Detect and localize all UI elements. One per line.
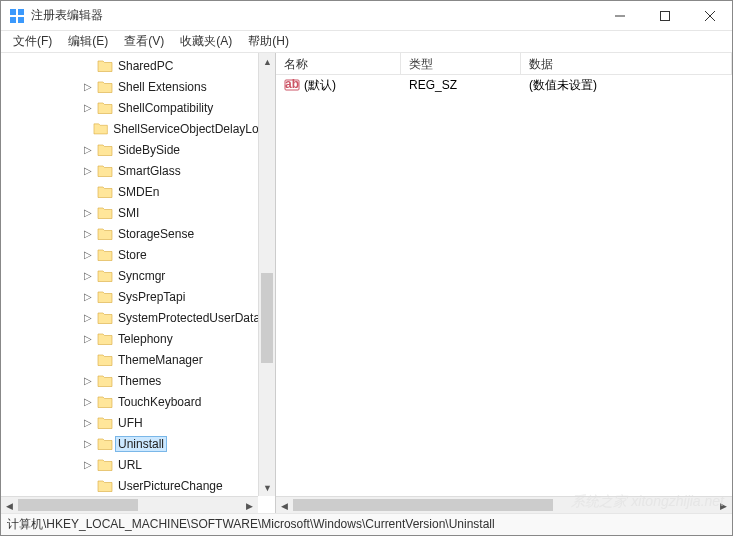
svg-rect-5 (660, 11, 669, 20)
chevron-right-icon[interactable]: ▷ (81, 248, 95, 262)
list-scrollbar-horizontal[interactable]: ◀ ▶ (276, 496, 732, 513)
tree-item[interactable]: ▷SysPrepTapi (1, 286, 275, 307)
tree-label[interactable]: SharedPC (115, 58, 176, 74)
tree-label[interactable]: UserPictureChange (115, 478, 226, 494)
chevron-right-icon[interactable]: ▷ (81, 206, 95, 220)
menu-help[interactable]: 帮助(H) (240, 31, 297, 52)
tree-item[interactable]: ThemeManager (1, 349, 275, 370)
statusbar-path: 计算机\HKEY_LOCAL_MACHINE\SOFTWARE\Microsof… (7, 516, 495, 533)
chevron-right-icon[interactable]: ▷ (81, 437, 95, 451)
tree-item[interactable]: ▷SystemProtectedUserData (1, 307, 275, 328)
tree-item[interactable]: ▷ShellCompatibility (1, 97, 275, 118)
chevron-right-icon[interactable]: ▷ (81, 395, 95, 409)
chevron-right-icon[interactable]: ▷ (81, 101, 95, 115)
value-name: (默认) (304, 77, 336, 94)
close-button[interactable] (687, 1, 732, 30)
tree-content[interactable]: SharedPC▷Shell Extensions▷ShellCompatibi… (1, 53, 275, 513)
scroll-right-button[interactable]: ▶ (715, 497, 732, 513)
chevron-right-icon[interactable]: ▷ (81, 80, 95, 94)
tree-label[interactable]: URL (115, 457, 145, 473)
tree-label[interactable]: ShellCompatibility (115, 100, 216, 116)
tree-item[interactable]: ▷Themes (1, 370, 275, 391)
tree-item[interactable]: ▷Store (1, 244, 275, 265)
app-icon (9, 8, 25, 24)
list-row[interactable]: ab(默认)REG_SZ(数值未设置) (276, 75, 732, 95)
scroll-left-button[interactable]: ◀ (1, 497, 18, 513)
tree-label[interactable]: SystemProtectedUserData (115, 310, 263, 326)
scroll-thumb-horizontal[interactable] (293, 499, 553, 511)
scroll-left-button[interactable]: ◀ (276, 497, 293, 513)
folder-icon (97, 352, 113, 368)
column-data[interactable]: 数据 (521, 53, 732, 74)
chevron-right-icon[interactable]: ▷ (81, 416, 95, 430)
menu-edit[interactable]: 编辑(E) (60, 31, 116, 52)
folder-icon (97, 184, 113, 200)
scroll-right-button[interactable]: ▶ (241, 497, 258, 513)
chevron-right-icon[interactable]: ▷ (81, 143, 95, 157)
tree-label[interactable]: Shell Extensions (115, 79, 210, 95)
tree-item[interactable]: ▷Shell Extensions (1, 76, 275, 97)
tree-item[interactable]: ▷Uninstall (1, 433, 275, 454)
list-pane: 名称 类型 数据 ab(默认)REG_SZ(数值未设置) ◀ ▶ (276, 53, 732, 513)
tree-label[interactable]: Syncmgr (115, 268, 168, 284)
menu-view[interactable]: 查看(V) (116, 31, 172, 52)
tree-pane: SharedPC▷Shell Extensions▷ShellCompatibi… (1, 53, 276, 513)
column-type[interactable]: 类型 (401, 53, 521, 74)
tree-label[interactable]: ThemeManager (115, 352, 206, 368)
cell-name: ab(默认) (276, 75, 401, 96)
tree-label[interactable]: Themes (115, 373, 164, 389)
maximize-button[interactable] (642, 1, 687, 30)
column-name[interactable]: 名称 (276, 53, 401, 74)
tree-item[interactable]: ▷UFH (1, 412, 275, 433)
folder-icon (97, 331, 113, 347)
scroll-thumb-vertical[interactable] (261, 273, 273, 363)
titlebar: 注册表编辑器 (1, 1, 732, 31)
tree-item[interactable]: ▷Telephony (1, 328, 275, 349)
chevron-right-icon[interactable]: ▷ (81, 332, 95, 346)
tree-item[interactable]: UserPictureChange (1, 475, 275, 496)
scroll-down-button[interactable]: ▼ (259, 479, 276, 496)
tree-item[interactable]: ▷URL (1, 454, 275, 475)
tree-label[interactable]: ShellServiceObjectDelayLoad (110, 121, 275, 137)
chevron-right-icon[interactable]: ▷ (81, 164, 95, 178)
tree-item[interactable]: SMDEn (1, 181, 275, 202)
chevron-right-icon[interactable]: ▷ (81, 458, 95, 472)
menu-file[interactable]: 文件(F) (5, 31, 60, 52)
tree-label[interactable]: UFH (115, 415, 146, 431)
tree-label[interactable]: Store (115, 247, 150, 263)
tree-item[interactable]: ▷StorageSense (1, 223, 275, 244)
chevron-right-icon[interactable]: ▷ (81, 227, 95, 241)
tree-label[interactable]: SMI (115, 205, 142, 221)
chevron-right-icon[interactable]: ▷ (81, 311, 95, 325)
chevron-right-icon[interactable]: ▷ (81, 269, 95, 283)
tree-label[interactable]: Telephony (115, 331, 176, 347)
tree-item[interactable]: ▷SideBySide (1, 139, 275, 160)
svg-text:ab: ab (285, 77, 299, 91)
tree-label[interactable]: SysPrepTapi (115, 289, 188, 305)
scroll-up-button[interactable]: ▲ (259, 53, 276, 70)
tree-scrollbar-horizontal[interactable]: ◀ ▶ (1, 496, 258, 513)
tree-label[interactable]: SMDEn (115, 184, 162, 200)
cell-data: (数值未设置) (521, 75, 732, 96)
minimize-button[interactable] (597, 1, 642, 30)
tree-item[interactable]: ▷Syncmgr (1, 265, 275, 286)
tree-scrollbar-vertical[interactable]: ▲ ▼ (258, 53, 275, 496)
tree-label[interactable]: StorageSense (115, 226, 197, 242)
chevron-right-icon[interactable]: ▷ (81, 290, 95, 304)
folder-icon (97, 373, 113, 389)
expander-empty (81, 185, 95, 199)
tree-item[interactable]: ▷SmartGlass (1, 160, 275, 181)
menu-favorites[interactable]: 收藏夹(A) (172, 31, 240, 52)
tree-label[interactable]: TouchKeyboard (115, 394, 204, 410)
chevron-right-icon[interactable]: ▷ (81, 374, 95, 388)
tree-item[interactable]: ▷SMI (1, 202, 275, 223)
tree-label[interactable]: SmartGlass (115, 163, 184, 179)
folder-icon (97, 415, 113, 431)
tree-item[interactable]: ShellServiceObjectDelayLoad (1, 118, 275, 139)
scroll-thumb-horizontal[interactable] (18, 499, 138, 511)
tree-item[interactable]: SharedPC (1, 55, 275, 76)
tree-item[interactable]: ▷TouchKeyboard (1, 391, 275, 412)
tree-label[interactable]: SideBySide (115, 142, 183, 158)
tree-label[interactable]: Uninstall (115, 436, 167, 452)
list-body[interactable]: ab(默认)REG_SZ(数值未设置) ◀ ▶ (276, 75, 732, 513)
